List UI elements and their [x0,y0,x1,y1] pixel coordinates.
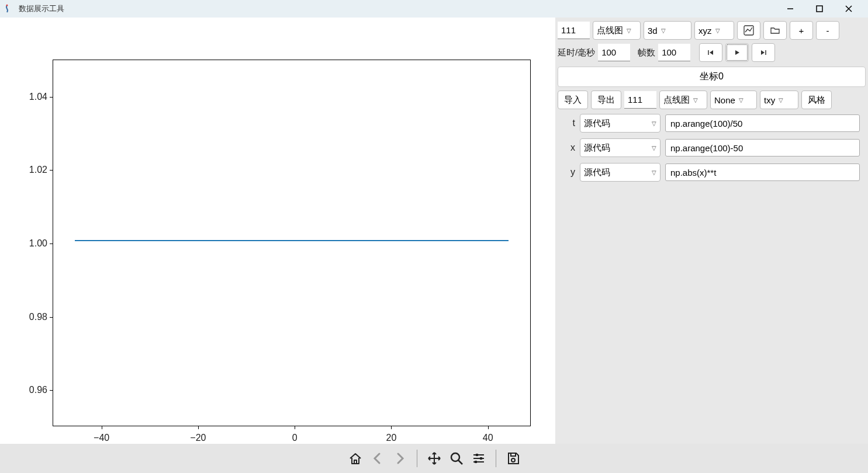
chart-icon [743,25,754,36]
toolbar-divider [496,450,496,467]
pan-button[interactable] [427,451,442,466]
window-controls [781,3,863,15]
coord-mode-value: xyz [698,26,712,36]
coord-axis-mode-value: txy [764,95,775,105]
axis-t-source-select[interactable]: 源代码▽ [580,114,660,133]
save-button[interactable] [506,451,521,466]
axis-x-expr-input[interactable] [665,139,860,156]
coord-mode-select[interactable]: xyz▽ [694,21,734,40]
chevron-down-icon: ▽ [739,97,743,103]
svg-rect-13 [476,454,478,456]
maximize-button[interactable] [811,3,828,15]
chart-button[interactable] [737,21,760,40]
y-tick-mark [50,244,53,244]
chevron-down-icon: ▽ [715,27,720,34]
step-back-button[interactable] [699,43,722,62]
delay-label: 延时/毫秒 [558,47,595,58]
y-tick-label: 1.02 [15,165,47,175]
x-tick-mark [102,426,102,429]
play-icon [733,48,741,57]
play-button[interactable] [725,43,749,62]
home-button[interactable] [348,451,363,466]
x-tick-mark [391,426,392,429]
axis-t-expr-input[interactable] [665,114,860,132]
y-tick-label: 0.98 [15,312,47,322]
style-button[interactable]: 风格 [801,91,832,109]
plot-type-select[interactable]: 点线图▽ [593,21,641,40]
dimension-select[interactable]: 3d▽ [644,21,691,40]
coord-axis-mode-select[interactable]: txy▽ [760,91,798,109]
x-tick-label: −40 [94,433,109,443]
step-back-icon [707,48,715,57]
chevron-down-icon: ▽ [652,169,656,176]
delay-input[interactable] [598,44,630,61]
axis-y-source-select[interactable]: 源代码▽ [580,163,660,182]
axis-x-label: x [563,142,575,153]
add-button[interactable]: + [790,21,813,40]
pan-icon [427,451,442,466]
axis-t-label: t [563,118,575,128]
coord-none-select[interactable]: None▽ [710,91,757,109]
step-forward-icon [759,48,767,57]
remove-button[interactable]: - [816,21,839,40]
zoom-icon [449,451,464,466]
folder-icon [770,25,780,36]
y-tick-mark [50,97,53,98]
axis-x-source-select[interactable]: 源代码▽ [580,138,660,157]
save-icon [506,451,521,466]
y-tick-label: 1.00 [15,238,47,249]
x-tick-mark [295,426,295,429]
svg-rect-15 [475,461,477,463]
x-tick-mark [488,426,489,429]
svg-rect-16 [511,453,516,456]
coord-plot-type-value: 点线图 [663,95,690,106]
close-button[interactable] [840,3,857,15]
frames-input[interactable] [658,44,690,61]
coord-none-value: None [714,95,735,105]
svg-rect-14 [480,457,482,460]
plot-line-series [75,240,509,241]
y-tick-mark [50,317,53,318]
step-forward-button[interactable] [752,43,775,62]
matplotlib-toolbar [0,444,868,473]
forward-button[interactable] [392,451,407,466]
y-tick-mark [50,170,53,171]
app-icon [5,4,14,13]
x-tick-label: 20 [386,433,396,443]
window-title: 数据展示工具 [19,4,781,14]
x-tick-label: −20 [190,433,206,443]
coord-section-header[interactable]: 坐标0 [558,67,866,87]
y-tick-mark [50,390,53,391]
export-button[interactable]: 导出 [591,91,621,109]
configure-button[interactable] [471,451,486,466]
svg-point-0 [6,5,8,6]
folder-button[interactable] [763,21,787,40]
frames-label: 帧数 [638,47,655,58]
svg-point-17 [511,458,515,462]
plot-axes: 0.960.981.001.021.04−40−2002040 [53,60,531,426]
axis-y-expr-input[interactable] [665,164,860,181]
toolbar-divider [417,450,417,467]
y-tick-label: 1.04 [15,92,47,102]
back-button[interactable] [370,451,385,466]
coord-plot-type-select[interactable]: 点线图▽ [659,91,707,109]
chevron-down-icon: ▽ [652,120,656,127]
zoom-button[interactable] [449,451,464,466]
home-icon [348,451,363,466]
subplot-id-input[interactable] [558,22,590,39]
plot-type-value: 点线图 [597,25,623,36]
plot-canvas[interactable]: 0.960.981.001.021.04−40−2002040 [0,18,555,444]
side-panel: 点线图▽ 3d▽ xyz▽ + - 延时/毫秒 帧数 坐标0 导入 导出 点线图… [555,18,868,444]
sliders-icon [471,451,486,466]
chevron-down-icon: ▽ [627,27,631,34]
arrow-left-icon [370,451,385,466]
coord-subplot-id-input[interactable] [624,91,656,109]
y-tick-label: 0.96 [15,385,47,395]
titlebar: 数据展示工具 [0,0,868,18]
minimize-button[interactable] [781,3,799,15]
chevron-down-icon: ▽ [652,145,656,151]
axis-row-x: x 源代码▽ [558,137,866,158]
svg-point-8 [451,453,459,461]
import-button[interactable]: 导入 [558,91,588,109]
arrow-right-icon [392,451,407,466]
